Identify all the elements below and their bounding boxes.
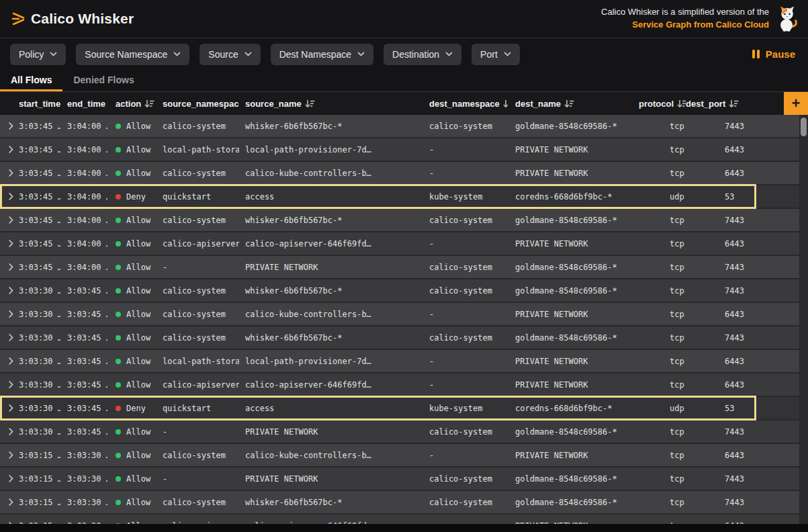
expand-row-icon[interactable] bbox=[8, 310, 14, 318]
cell-start_time: 3:03:45 … bbox=[0, 115, 60, 137]
expand-row-icon[interactable] bbox=[8, 498, 14, 506]
pause-button[interactable]: Pause bbox=[752, 48, 798, 60]
filter-label: Source Namespace bbox=[85, 49, 167, 60]
table-row[interactable]: 3:03:30 …3:03:45 …Allowcalico-systemwhis… bbox=[0, 279, 808, 303]
cell-source_namespace: quickstart bbox=[157, 397, 239, 419]
cell-protocol: tcp bbox=[639, 444, 686, 466]
cell-protocol: tcp bbox=[639, 162, 686, 184]
table-row[interactable]: 3:03:45 …3:04:00 …Allow-PRIVATE NETWORKc… bbox=[0, 256, 808, 279]
table-row[interactable]: 3:03:30 …3:03:45 …Allow-PRIVATE NETWORKc… bbox=[0, 420, 808, 444]
table-row[interactable]: 3:03:15 …3:03:30 …Allow-PRIVATE NETWORKc… bbox=[0, 468, 808, 491]
column-header-dest_port[interactable]: dest_port bbox=[686, 92, 752, 115]
expand-row-icon[interactable] bbox=[8, 357, 14, 365]
table-row[interactable]: 3:03:15 …3:03:30 …Allowcalico-systemwhis… bbox=[0, 491, 808, 515]
table-row[interactable]: 3:03:45 …3:04:00 …Denyquickstartaccessku… bbox=[0, 185, 808, 209]
table-row[interactable]: 3:03:45 …3:04:00 …Allowcalico-systemwhis… bbox=[0, 115, 808, 138]
start-time-value: 3:03:45 … bbox=[19, 263, 60, 272]
vertical-scrollbar-thumb[interactable] bbox=[801, 118, 807, 136]
cell-source_namespace: calico-system bbox=[157, 326, 239, 349]
cell-start_time: 3:03:30 … bbox=[0, 350, 60, 372]
expand-row-icon[interactable] bbox=[8, 286, 14, 295]
filter-port[interactable]: Port bbox=[472, 44, 520, 65]
expand-row-icon[interactable] bbox=[8, 145, 14, 154]
table-row[interactable]: 3:03:30 …3:03:45 …Allowcalico-systemcali… bbox=[0, 303, 808, 326]
allow-dot-icon bbox=[116, 241, 121, 247]
cell-protocol: tcp bbox=[639, 326, 686, 349]
filter-source[interactable]: Source bbox=[199, 44, 260, 65]
cell-dest_port: 6443 bbox=[686, 162, 752, 184]
column-header-action[interactable]: action bbox=[107, 92, 157, 115]
expand-row-icon[interactable] bbox=[8, 192, 14, 201]
cell-source_namespace: calico-system bbox=[157, 303, 239, 325]
cell-dest_port: 7443 bbox=[686, 256, 752, 278]
column-header-dest_name[interactable]: dest_name bbox=[508, 92, 639, 115]
tab-denied-flows[interactable]: Denied Flows bbox=[62, 70, 144, 91]
expand-row-icon[interactable] bbox=[8, 427, 14, 436]
table-row[interactable]: 3:03:30 …3:03:45 …Allowcalico-systemwhis… bbox=[0, 326, 808, 350]
table-row[interactable]: 3:03:45 …3:04:00 …Allowlocal-path-stora…… bbox=[0, 138, 808, 162]
expand-row-icon[interactable] bbox=[8, 451, 14, 459]
expand-row-icon[interactable] bbox=[8, 474, 14, 483]
expand-row-icon[interactable] bbox=[8, 122, 14, 130]
expand-row-icon[interactable] bbox=[8, 333, 14, 342]
allow-dot-icon bbox=[116, 382, 121, 388]
cell-end_time: 3:03:45 … bbox=[60, 279, 107, 302]
tab-all-flows[interactable]: All Flows bbox=[0, 70, 62, 91]
table-row[interactable]: 3:03:45 …3:04:00 …Allowcalico-apiserverc… bbox=[0, 232, 808, 256]
cell-dest_namespace: - bbox=[422, 162, 508, 184]
filter-source-namespace[interactable]: Source Namespace bbox=[76, 44, 189, 65]
cell-dest_port: 6443 bbox=[686, 373, 752, 396]
expand-row-icon[interactable] bbox=[8, 216, 14, 224]
cell-action: Allow bbox=[107, 138, 157, 161]
start-time-value: 3:03:15 … bbox=[19, 498, 60, 507]
brand: Calico Whisker bbox=[9, 10, 134, 28]
expand-row-icon[interactable] bbox=[8, 169, 14, 177]
column-header-dest_namespace[interactable]: dest_namespace bbox=[422, 92, 508, 115]
cell-dest_namespace: calico-system bbox=[422, 115, 508, 137]
cell-end_time: 3:03:45 … bbox=[60, 350, 107, 372]
cell-source_name: calico-kube-controllers-b… bbox=[239, 303, 422, 325]
cell-end_time: 3:03:30 … bbox=[60, 444, 107, 466]
expand-row-icon[interactable] bbox=[8, 239, 14, 248]
horizontal-scrollbar[interactable] bbox=[0, 524, 808, 532]
cell-protocol: tcp bbox=[639, 209, 686, 231]
cell-end_time: 3:04:00 … bbox=[60, 185, 107, 208]
cell-dest_namespace: - bbox=[422, 444, 508, 466]
column-header-source_namespace[interactable]: source_namespace bbox=[157, 92, 239, 115]
column-header-end_time[interactable]: end_time bbox=[60, 92, 107, 115]
filter-destination[interactable]: Destination bbox=[384, 44, 461, 65]
vertical-scrollbar[interactable] bbox=[799, 115, 808, 524]
add-column-button[interactable]: + bbox=[784, 92, 808, 115]
column-header-source_name[interactable]: source_name bbox=[239, 92, 422, 115]
cell-source_namespace: quickstart bbox=[157, 185, 239, 208]
service-graph-link[interactable]: Service Graph from Calico Cloud bbox=[601, 19, 769, 32]
table-row[interactable]: 3:03:30 …3:03:45 …Denyquickstartaccessku… bbox=[0, 397, 808, 420]
action-value: Deny bbox=[126, 404, 146, 413]
deny-dot-icon bbox=[116, 406, 121, 411]
cell-dest_name: goldmane-8548c69586-* bbox=[508, 326, 639, 349]
expand-row-icon[interactable] bbox=[8, 404, 14, 412]
expand-row-icon[interactable] bbox=[8, 263, 14, 271]
whisker-logo-icon bbox=[9, 10, 27, 28]
table-row[interactable]: 3:03:30 …3:03:45 …Allowlocal-path-stora…… bbox=[0, 350, 808, 373]
column-label: protocol bbox=[639, 99, 674, 109]
filter-dest-namespace[interactable]: Dest Namespace bbox=[271, 44, 373, 65]
column-header-start_time[interactable]: start_time bbox=[0, 92, 60, 115]
filter-policy[interactable]: Policy bbox=[10, 44, 66, 65]
table-row[interactable]: 3:03:45 …3:04:00 …Allowcalico-systemcali… bbox=[0, 162, 808, 185]
table-row[interactable]: 3:03:30 …3:03:45 …Allowcalico-apiserverc… bbox=[0, 373, 808, 397]
expand-row-icon[interactable] bbox=[8, 380, 14, 389]
sort-icon bbox=[677, 99, 686, 108]
table-row[interactable]: 3:03:15 …3:03:30 …Allowcalico-systemcali… bbox=[0, 444, 808, 468]
allow-dot-icon bbox=[116, 147, 121, 152]
allow-dot-icon bbox=[116, 453, 121, 458]
cell-source_name: calico-kube-controllers-b… bbox=[239, 444, 422, 466]
cell-end_time: 3:03:45 … bbox=[60, 373, 107, 396]
column-header-protocol[interactable]: protocol bbox=[639, 92, 686, 115]
start-time-value: 3:03:45 … bbox=[19, 122, 60, 131]
tagline-text: Calico Whisker is a simplified version o… bbox=[601, 6, 769, 19]
calico-cat-icon bbox=[776, 5, 799, 32]
cell-source_name: access bbox=[239, 397, 422, 419]
table-row[interactable]: 3:03:45 …3:04:00 …Allowcalico-systemwhis… bbox=[0, 209, 808, 232]
cell-action: Allow bbox=[107, 209, 157, 231]
